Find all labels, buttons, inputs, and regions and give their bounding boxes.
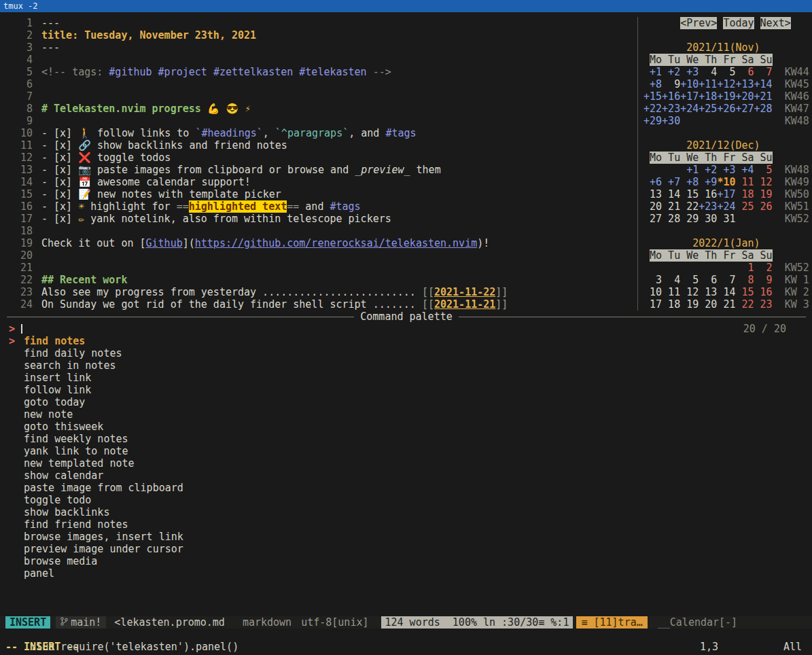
calendar-day-linked[interactable]: +17 <box>680 90 699 103</box>
tag-link[interactable]: #project <box>158 66 207 78</box>
palette-item[interactable]: new templated note <box>24 457 183 470</box>
calendar-day-linked[interactable]: +27 <box>735 103 754 115</box>
calendar-day[interactable]: 21 <box>662 200 680 213</box>
tag-link[interactable]: `#headings` <box>195 127 262 139</box>
calendar-day-linked[interactable]: +3 <box>717 164 735 176</box>
calendar-day-linked[interactable]: +16 <box>662 90 680 103</box>
calendar-day-linked[interactable]: +24 <box>717 200 735 213</box>
palette-item[interactable]: find weekly notes <box>24 433 183 445</box>
calendar-day-weekend[interactable]: 15 <box>735 286 754 298</box>
editor-line[interactable]: 10- [x] 🚶 follow links to `#headings`, `… <box>0 127 637 139</box>
calendar-day-linked[interactable]: +8 <box>680 176 699 188</box>
editor-line[interactable]: 24On Sunday we got rid of the daily find… <box>0 298 637 311</box>
calendar-day-linked[interactable]: +9 <box>699 176 717 188</box>
calendar-day-weekend[interactable]: 6 <box>735 66 754 78</box>
calendar-day[interactable]: 3 <box>643 274 662 286</box>
palette-item[interactable]: yank link to note <box>24 445 183 457</box>
calendar-day-linked[interactable]: +4 <box>735 164 754 176</box>
calendar-day-weekend[interactable]: 23 <box>754 298 773 311</box>
git-branch-segment[interactable]: main! <box>56 616 106 629</box>
calendar-day[interactable]: 14 <box>717 286 735 298</box>
palette-item[interactable]: browse media <box>24 555 183 567</box>
calendar-day-weekend[interactable]: 2 <box>754 262 773 274</box>
palette-item[interactable]: toggle todo <box>24 494 183 506</box>
calendar-day[interactable]: 29 <box>680 213 699 225</box>
palette-item[interactable]: show calendar <box>24 470 183 482</box>
calendar-day-linked[interactable]: +25 <box>699 103 717 115</box>
editor-line[interactable]: 16- [x] ☀ highlight for ==highlighted te… <box>0 200 637 213</box>
calendar-day[interactable]: 22 <box>680 200 699 213</box>
filename-segment[interactable]: <lekasten.promo.md <box>114 616 225 629</box>
calendar-day-linked[interactable]: +23 <box>699 200 717 213</box>
editor-line[interactable]: 11- [x] 🔗 show backlinks and friend note… <box>0 139 637 152</box>
editor-line[interactable]: 1--- <box>0 17 637 29</box>
calendar-day-linked[interactable]: +14 <box>754 78 773 90</box>
calendar-day-weekend[interactable]: 22 <box>735 298 754 311</box>
calendar-day[interactable]: 31 <box>717 213 735 225</box>
calendar-day-weekend[interactable]: 25 <box>735 200 754 213</box>
editor-pane[interactable]: 1---2title: Tuesday, November 23th, 2021… <box>0 12 637 311</box>
calendar-day-weekend[interactable]: 16 <box>754 286 773 298</box>
calendar-day-linked[interactable]: +15 <box>643 90 662 103</box>
calendar-day[interactable]: 4 <box>699 66 717 78</box>
calendar-nav-button[interactable]: <Prev> <box>680 17 717 29</box>
calendar-day[interactable]: 27 <box>643 213 662 225</box>
calendar-day[interactable]: 7 <box>717 274 735 286</box>
tag-link[interactable]: #tags <box>330 200 360 213</box>
palette-item[interactable]: goto thisweek <box>24 421 183 433</box>
github-url[interactable]: https://github.com/renerocksai/telekaste… <box>195 237 477 249</box>
editor-line[interactable]: 19Check it out on [Github](https://githu… <box>0 237 637 249</box>
calendar-day-linked[interactable]: +6 <box>643 176 662 188</box>
calendar-day-linked[interactable]: +30 <box>662 115 680 127</box>
calendar-day-weekend[interactable]: 7 <box>754 66 773 78</box>
github-link[interactable]: Github <box>146 237 183 249</box>
calendar-day-weekend[interactable]: 12 <box>754 176 773 188</box>
calendar-day-linked[interactable]: +13 <box>735 78 754 90</box>
calendar-day-linked[interactable]: +22 <box>643 103 662 115</box>
calendar-day-linked[interactable]: +2 <box>699 164 717 176</box>
calendar-day-linked[interactable]: +18 <box>699 90 717 103</box>
calendar-day[interactable]: 6 <box>699 274 717 286</box>
calendar-day-linked[interactable]: +17 <box>717 188 735 200</box>
calendar-day-linked[interactable]: +11 <box>699 78 717 90</box>
calendar-day[interactable]: 17 <box>643 298 662 311</box>
calendar-day-weekend[interactable]: 19 <box>754 188 773 200</box>
palette-item[interactable]: follow link <box>24 384 183 396</box>
calendar-day-linked[interactable]: +1 <box>643 66 662 78</box>
editor-line[interactable]: 8# Telekasten.nvim progress 💪 😎 ⚡ <box>0 103 637 115</box>
calendar-day-linked[interactable]: +10 <box>680 78 699 90</box>
calendar-day-weekend[interactable]: 18 <box>735 188 754 200</box>
command-line[interactable]: :lua require('telekasten').panel() <box>0 629 812 641</box>
calendar-nav-button[interactable]: Today <box>723 17 754 29</box>
palette-item[interactable]: find daily notes <box>24 347 183 359</box>
calendar-day[interactable]: 12 <box>680 286 699 298</box>
palette-item[interactable]: preview image under cursor <box>24 543 183 555</box>
window-separator[interactable] <box>637 17 638 311</box>
palette-item[interactable]: new note <box>24 408 183 421</box>
calendar-day[interactable]: 4 <box>662 274 680 286</box>
calendar-day[interactable]: 20 <box>699 298 717 311</box>
trailing-whitespace-warning[interactable]: ≡ [11]tra… <box>576 616 647 629</box>
calendar-day-linked[interactable]: +21 <box>754 90 773 103</box>
editor-line[interactable]: 18 <box>0 225 637 237</box>
calendar-pane[interactable]: <Prev> Today Next> 2021/11(Nov) Mo Tu We… <box>643 12 812 311</box>
palette-prompt-row[interactable]: > 20 / 20 <box>0 323 812 335</box>
calendar-day[interactable]: 28 <box>662 213 680 225</box>
palette-item[interactable]: panel <box>24 567 183 580</box>
tag-link[interactable]: #zettelkasten <box>213 66 293 78</box>
calendar-day[interactable]: 5 <box>680 274 699 286</box>
editor-line[interactable]: 5<!-- tags: #github #project #zettelkast… <box>0 66 637 78</box>
calendar-day[interactable]: 13 <box>643 188 662 200</box>
calendar-day[interactable]: 15 <box>680 188 699 200</box>
calendar-day[interactable]: 18 <box>662 298 680 311</box>
editor-line[interactable]: 6 <box>0 78 637 90</box>
editor-line[interactable]: 23Also see my progress from yesterday ..… <box>0 286 637 298</box>
calendar-day-linked[interactable]: +12 <box>717 78 735 90</box>
calendar-day-weekend[interactable]: 26 <box>754 200 773 213</box>
palette-item[interactable]: browse images, insert link <box>24 531 183 543</box>
editor-line[interactable]: 14- [x] 📅 awesome calendar support! <box>0 176 637 188</box>
calendar-day-linked[interactable]: +19 <box>717 90 735 103</box>
calendar-day-linked[interactable]: +26 <box>717 103 735 115</box>
calendar-day-weekend[interactable]: 9 <box>754 274 773 286</box>
calendar-day-linked[interactable]: +24 <box>680 103 699 115</box>
